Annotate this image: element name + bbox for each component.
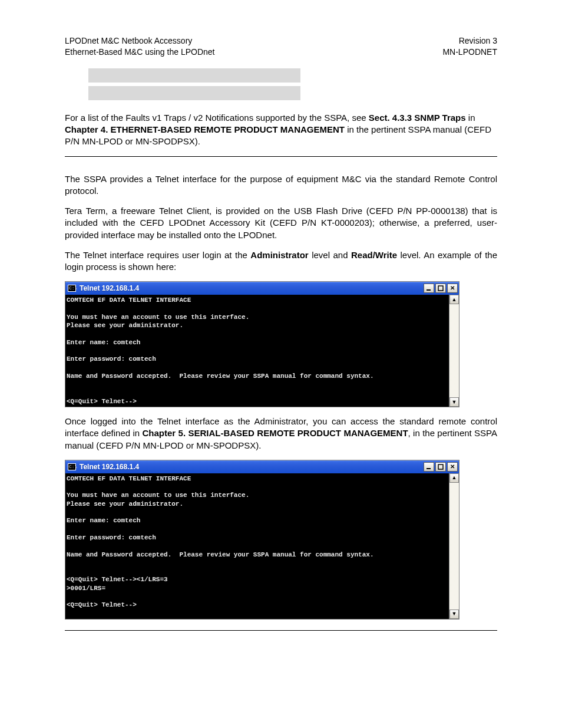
window-buttons: ✕	[424, 284, 458, 293]
placeholder-bar	[88, 86, 300, 100]
window-buttons: ✕	[424, 462, 458, 472]
paragraph: Tera Term, a freeware Telnet Client, is …	[65, 205, 497, 241]
header-right-line1: Revision 3	[442, 35, 497, 47]
placeholder-bar	[88, 68, 300, 83]
terminal-body: COMTECH EF DATA TELNET INTERFACE You mus…	[65, 473, 459, 619]
paragraph: The SSPA provides a Telnet interface for…	[65, 173, 497, 197]
section-divider	[65, 156, 497, 157]
scroll-down-button[interactable]: ▼	[449, 610, 459, 619]
text-bold: Sect. 4.3.3 SNMP Traps	[369, 113, 466, 123]
scroll-track[interactable]	[449, 483, 459, 610]
text: The Telnet interface requires user login…	[65, 250, 250, 260]
header-left-line2: Ethernet-Based M&C using the LPODnet	[65, 47, 214, 58]
placeholder-bars	[88, 68, 497, 100]
window-title: Telnet 192.168.1.4	[80, 463, 424, 471]
header-left: LPODnet M&C Netbook Accessory Ethernet-B…	[65, 35, 214, 58]
svg-rect-3	[438, 465, 443, 469]
command-prompt-icon: C:\	[68, 463, 76, 470]
terminal-output[interactable]: COMTECH EF DATA TELNET INTERFACE You mus…	[65, 295, 449, 407]
header-left-line1: LPODnet M&C Netbook Accessory	[65, 35, 214, 47]
text: For a list of the Faults v1 Traps / v2 N…	[65, 113, 369, 123]
svg-rect-0	[427, 289, 431, 291]
paragraph: Once logged into the Telnet interface as…	[65, 416, 497, 452]
text: in	[466, 113, 475, 123]
minimize-button[interactable]	[424, 284, 434, 293]
header-right-line2: MN-LPODNET	[442, 47, 497, 58]
scroll-track[interactable]	[449, 304, 459, 397]
window-titlebar[interactable]: C:\ Telnet 192.168.1.4 ✕	[65, 282, 459, 295]
text-bold: Chapter 4. ETHERNET-BASED REMOTE PRODUCT…	[65, 124, 345, 134]
header-right: Revision 3 MN-LPODNET	[442, 35, 497, 58]
window-titlebar[interactable]: C:\ Telnet 192.168.1.4 ✕	[65, 460, 459, 473]
scrollbar[interactable]: ▲ ▼	[449, 295, 459, 407]
text: level and	[309, 250, 351, 260]
svg-rect-2	[427, 468, 431, 469]
paragraph: The Telnet interface requires user login…	[65, 249, 497, 274]
text-bold: Chapter 5. SERIAL-BASED REMOTE PRODUCT M…	[143, 428, 408, 438]
maximize-button[interactable]	[435, 462, 446, 472]
scrollbar[interactable]: ▲ ▼	[449, 473, 459, 619]
minimize-button[interactable]	[424, 462, 434, 472]
close-button[interactable]: ✕	[447, 284, 458, 293]
scroll-up-button[interactable]: ▲	[449, 295, 459, 304]
command-prompt-icon: C:\	[68, 285, 76, 292]
window-title: Telnet 192.168.1.4	[80, 284, 424, 292]
text-bold: Administrator	[250, 250, 308, 260]
scroll-up-button[interactable]: ▲	[449, 473, 459, 483]
text-bold: Read/Write	[351, 250, 397, 260]
paragraph: For a list of the Faults v1 Traps / v2 N…	[65, 112, 497, 148]
svg-rect-1	[438, 286, 443, 291]
close-button[interactable]: ✕	[447, 462, 458, 472]
terminal-body: COMTECH EF DATA TELNET INTERFACE You mus…	[65, 295, 459, 407]
maximize-button[interactable]	[435, 284, 446, 293]
telnet-window: C:\ Telnet 192.168.1.4 ✕ COMTECH EF DATA…	[65, 460, 459, 620]
page-header: LPODnet M&C Netbook Accessory Ethernet-B…	[65, 35, 497, 58]
scroll-down-button[interactable]: ▼	[449, 397, 459, 407]
terminal-output[interactable]: COMTECH EF DATA TELNET INTERFACE You mus…	[65, 473, 449, 619]
footer-divider	[65, 630, 497, 631]
telnet-window: C:\ Telnet 192.168.1.4 ✕ COMTECH EF DATA…	[65, 281, 459, 407]
